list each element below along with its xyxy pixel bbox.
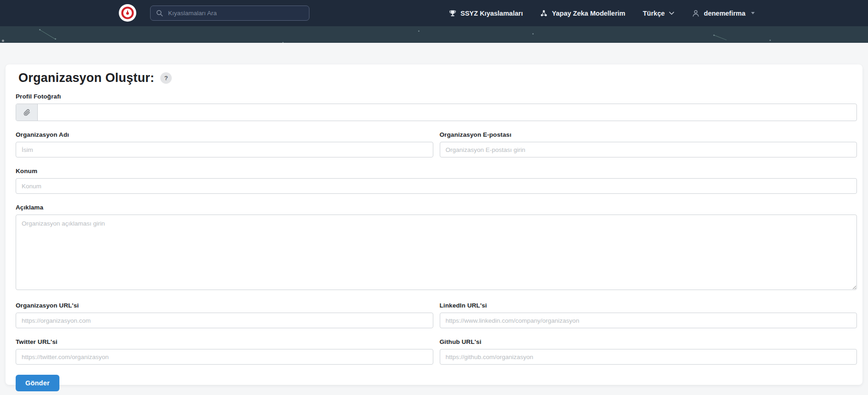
github-url-group: Github URL'si	[440, 338, 857, 365]
particle-dot	[769, 40, 771, 41]
chevron-down-icon	[669, 12, 674, 15]
particle-dot	[532, 33, 534, 35]
org-name-input[interactable]	[16, 142, 433, 157]
nav-link-label: Yapay Zeka Modellerim	[552, 10, 625, 17]
org-url-group: Organizasyon URL'si	[16, 302, 433, 328]
navbar-menu: SSYZ Kıyaslamaları Yapay Zeka Modellerim…	[449, 0, 755, 26]
logo-emblem-icon	[121, 6, 134, 19]
particle-dot	[282, 42, 284, 43]
title-row: Organizasyon Oluştur: ?	[18, 71, 857, 85]
twitter-url-input[interactable]	[16, 349, 433, 365]
org-email-label: Organizasyon E-postası	[440, 131, 857, 138]
nav-link-ssyz-benchmarks[interactable]: SSYZ Kıyaslamaları	[449, 10, 523, 17]
profile-photo-file-input[interactable]	[16, 104, 857, 121]
hero-particles-band	[0, 26, 868, 43]
caret-down-icon	[751, 12, 755, 14]
search-box	[150, 6, 309, 21]
user-icon	[692, 9, 700, 17]
org-url-label: Organizasyon URL'si	[16, 302, 433, 309]
org-url-input[interactable]	[16, 313, 433, 328]
location-group: Konum	[16, 168, 857, 194]
search-icon	[156, 10, 163, 17]
username: denemefirma	[704, 10, 746, 17]
org-name-label: Organizasyon Adı	[16, 131, 433, 138]
org-name-group: Organizasyon Adı	[16, 131, 433, 157]
profile-photo-group: Profil Fotoğrafı	[16, 93, 857, 121]
search-input[interactable]	[167, 9, 303, 17]
org-email-group: Organizasyon E-postası	[440, 131, 857, 157]
github-url-label: Github URL'si	[440, 338, 857, 345]
language-label: Türkçe	[643, 10, 665, 17]
github-url-input[interactable]	[440, 349, 857, 365]
navbar: SSYZ Kıyaslamaları Yapay Zeka Modellerim…	[0, 0, 868, 26]
location-label: Konum	[16, 168, 857, 174]
ai-models-icon	[540, 10, 548, 17]
org-email-input[interactable]	[440, 142, 857, 157]
linkedin-url-label: LinkedIn URL'si	[440, 302, 857, 309]
file-input-area[interactable]	[38, 104, 856, 121]
description-group: Açıklama	[16, 204, 857, 292]
language-dropdown[interactable]: Türkçe	[643, 10, 674, 17]
particle-dot	[418, 30, 419, 32]
create-organization-card: Organizasyon Oluştur: ? Profil Fotoğrafı…	[6, 64, 862, 385]
profile-photo-label: Profil Fotoğrafı	[16, 93, 857, 100]
page-title: Organizasyon Oluştur:	[18, 71, 154, 85]
nav-link-ai-models[interactable]: Yapay Zeka Modellerim	[540, 10, 625, 17]
linkedin-url-group: LinkedIn URL'si	[440, 302, 857, 328]
twitter-github-row: Twitter URL'si Github URL'si	[16, 338, 857, 375]
description-textarea[interactable]	[16, 215, 857, 290]
name-email-row: Organizasyon Adı Organizasyon E-postası	[16, 131, 857, 168]
ssyz-logo[interactable]	[119, 4, 136, 22]
particle-dot	[2, 40, 4, 42]
linkedin-url-input[interactable]	[440, 313, 857, 328]
org-linkedin-row: Organizasyon URL'si LinkedIn URL'si	[16, 302, 857, 338]
particle-line	[714, 35, 727, 40]
submit-button[interactable]: Gönder	[16, 375, 59, 391]
help-icon[interactable]: ?	[160, 72, 172, 84]
twitter-url-group: Twitter URL'si	[16, 338, 433, 365]
trophy-icon	[449, 10, 456, 17]
particle-line	[39, 29, 56, 40]
nav-link-label: SSYZ Kıyaslamaları	[460, 10, 523, 17]
paperclip-icon	[16, 104, 38, 121]
location-input[interactable]	[16, 178, 857, 194]
description-label: Açıklama	[16, 204, 857, 211]
twitter-url-label: Twitter URL'si	[16, 338, 433, 345]
user-menu[interactable]: denemefirma	[692, 9, 755, 17]
